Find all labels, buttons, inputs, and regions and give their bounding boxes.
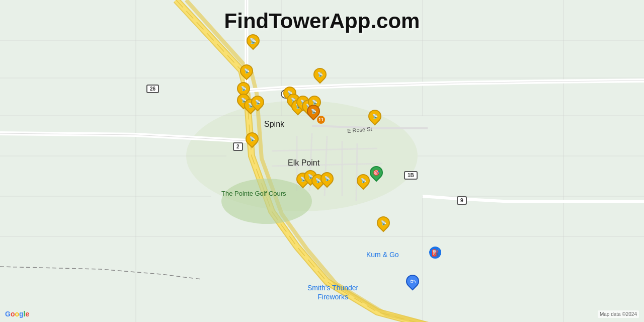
tower-marker[interactable]: 📡 xyxy=(246,132,259,148)
road-layer xyxy=(0,0,644,322)
tower-marker[interactable]: 📡 xyxy=(251,96,264,112)
map-container[interactable]: FindTowerApp.com Elk Point Spink E Rose … xyxy=(0,0,644,322)
tower-marker[interactable]: 📡 xyxy=(240,64,253,80)
tower-marker[interactable]: 📡 xyxy=(320,172,334,188)
map-attribution: Map data ©2024 xyxy=(598,310,639,318)
tower-marker[interactable]: 📡 xyxy=(368,110,381,126)
road-shield-1b: 1B xyxy=(404,171,418,180)
google-logo: Google xyxy=(5,310,29,318)
cluster-badge: 11 xyxy=(317,116,325,124)
road-shield-9: 9 xyxy=(457,196,467,205)
tower-marker[interactable]: 📡 xyxy=(313,68,327,84)
tower-marker[interactable]: 📡 xyxy=(377,216,390,232)
road-shield-26: 26 xyxy=(146,85,159,93)
tower-marker[interactable]: 📡 xyxy=(247,34,260,50)
gas-station-marker[interactable]: ⛽ xyxy=(429,247,441,259)
fireworks-marker[interactable]: 🛍 xyxy=(406,275,419,291)
green-marker[interactable]: 🎯 xyxy=(370,166,383,182)
road-shield-2: 2 xyxy=(233,142,243,151)
site-title: FindTowerApp.com xyxy=(224,9,420,33)
tower-marker[interactable]: 📡 xyxy=(357,174,370,190)
